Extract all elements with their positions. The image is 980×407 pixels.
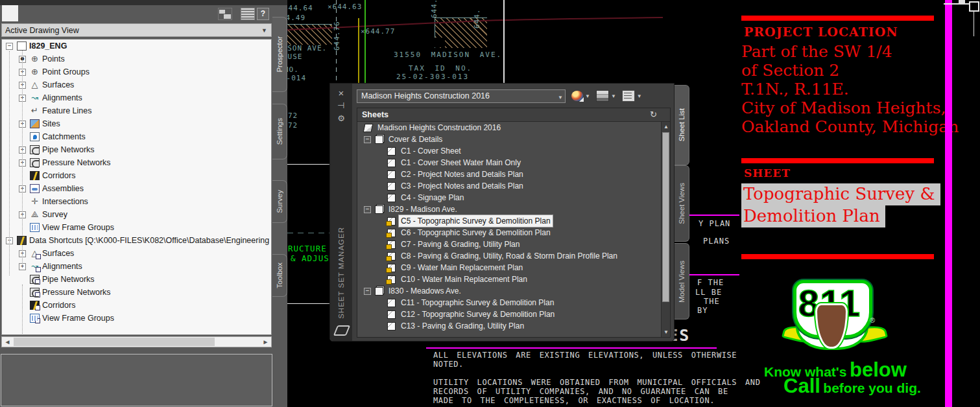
refresh-icon[interactable]: ↻ [650,108,657,121]
scroll-left-icon[interactable]: ◄ [2,337,13,347]
prospector-tree[interactable]: −I829_ENG ●⊕Points +⊕Point Groups +△Surf… [1,39,272,335]
location-line: T.1N., R.11E. [741,80,959,99]
location-line: City of Madison Heights, [741,99,959,117]
green-utility-line [365,0,366,83]
publish-icon [596,90,609,102]
tree-row[interactable]: +Pressure Networks [2,156,271,169]
tree-row[interactable]: ✛Intersections [2,195,271,208]
sheet-title-line: Demolition Plan [741,205,885,227]
tab-survey[interactable]: Survey [272,180,287,223]
tree-row[interactable]: Pipe Networks [2,273,271,286]
tree-row[interactable]: View Frame Groups [2,221,271,234]
sheet-set-dropdown[interactable]: Madison Heights Construction 2016 ▼ [357,89,566,103]
locked-sheet-icon [387,252,396,261]
collapse-box[interactable]: − [364,288,371,295]
scroll-down-icon[interactable]: ▼ [662,327,670,337]
scrollbar-thumb[interactable] [14,338,215,346]
tab-settings[interactable]: Settings [272,104,287,159]
tree-row[interactable]: +Sites [2,117,271,130]
sheets-header-label: Sheets [362,110,388,119]
note-fragment: F THE [697,278,724,287]
structure-view-button[interactable]: ▼ [571,91,590,101]
subset-row[interactable]: −I829 - Madison Ave. [357,204,670,215]
tree-row[interactable]: +△Surfaces [2,247,271,260]
tree-row-data-shortcuts[interactable]: −Data Shortcuts [Q:\K000-FILES\K082\Offi… [2,234,271,247]
sheet-row[interactable]: C4 - Signage Plan [357,192,670,204]
catchments-icon [30,132,40,141]
address-text: 31550 MADISON AVE. [394,51,502,59]
tree-row[interactable]: ↵Feature Lines [2,104,271,117]
sheet-row[interactable]: C9 - Water Main Replacement Plan [357,262,670,273]
tree-row[interactable]: +Assemblies [2,182,271,195]
sheet-list-scrollbar[interactable]: ▲ ▼ [661,122,670,337]
sheet-row[interactable]: C7 - Paving & Grading, Utility Plan [357,238,670,250]
subset-row[interactable]: −Cover & Details [357,134,670,145]
sheet-row[interactable]: C6 - Topographic Survey & Demolition Pla… [357,227,670,238]
chevron-down-icon[interactable]: ▼ [558,91,563,104]
sheet-row[interactable]: C2 - Project Notes and Details Plan [357,169,670,180]
tab-sheet-views[interactable]: Sheet Views [675,165,689,242]
sheet-row[interactable]: C11 - Topographic Survey & Demolition Pl… [357,297,670,308]
toolspace-badge [2,5,18,21]
chevron-down-icon[interactable]: ▼ [261,24,267,37]
details-button[interactable]: ▼ [622,90,642,102]
sheet-list[interactable]: Madison Heights Construction 2016 −Cover… [357,122,670,337]
tab-sheet-list[interactable]: Sheet List [675,85,689,165]
tree-row[interactable]: Pressure Networks [2,286,271,299]
tree-row-drawing[interactable]: −I829_ENG [2,40,271,52]
tree-row[interactable]: View Frame Groups [2,312,271,325]
chevron-down-icon[interactable]: ▼ [611,93,616,99]
auto-hide-icon[interactable]: ⊣ [330,100,352,110]
scroll-up-icon[interactable]: ▲ [662,122,670,132]
note-line: UTILITY LOCATIONS WERE OBTAINED FROM MUN… [433,378,760,387]
tree-row[interactable]: Corridors [2,169,271,182]
scrollbar-thumb[interactable] [662,132,669,302]
tree-row[interactable]: Corridors [2,299,271,312]
sheet-row[interactable]: C1 - Cover Sheet Water Main Only [357,157,670,169]
ssm-logo-icon [333,325,350,336]
subset-row[interactable]: −I830 - Meadows Ave. [357,285,670,297]
location-line: Oakland County, Michigan [741,117,959,136]
tree-row[interactable]: Catchments [2,130,271,143]
tab-model-views[interactable]: Model Views [675,243,689,320]
tree-row[interactable]: +↝Alignments [2,91,271,104]
help-icon[interactable]: ? [257,8,269,20]
ssm-titlebar-strip[interactable]: × ⊣ ⚙ SHEET SET MANAGER [330,84,352,341]
sheet-row[interactable]: C8 - Paving & Grading, Utility, Road & S… [357,250,670,262]
sheet-row[interactable]: C3 - Project Notes and Details Plan [357,180,670,192]
view-selector-dropdown[interactable]: Active Drawing View ▼ [1,23,272,37]
properties-palette-icon[interactable] [241,8,255,20]
tree-row[interactable]: +△Surfaces [2,78,271,91]
elevation-text: 644.64 [283,4,313,12]
collapse-box[interactable]: − [364,206,371,213]
sheet-set-row[interactable]: Madison Heights Construction 2016 [357,122,670,134]
close-icon[interactable]: × [330,87,352,99]
locked-sheet-icon [387,217,396,226]
collapse-box[interactable]: − [364,136,371,143]
sheet-row[interactable]: C13 - Paving & Grading, Utility Plan [357,320,670,332]
sheet-row[interactable]: C1 - Cover Sheet [357,145,670,157]
tree-horizontal-scrollbar[interactable]: ◄ ► [1,336,272,347]
toolspace-titlebar[interactable]: ? [0,5,287,22]
anchor-palette-icon[interactable] [218,8,232,20]
sheet-row-selected[interactable]: C5 - Topographic Survey & Demolition Pla… [357,215,670,227]
tree-row[interactable]: +↝Alignments [2,260,271,273]
tree-row[interactable]: ●⊕Points [2,52,271,65]
publish-button[interactable]: ▼ [596,90,616,102]
tab-toolbox[interactable]: Toolbox [272,254,287,297]
tree-row[interactable]: +⊕Point Groups [2,65,271,78]
palette-settings-icon[interactable]: ⚙ [330,113,352,123]
scroll-right-icon[interactable]: ► [260,337,271,347]
chevron-down-icon[interactable]: ▼ [585,93,590,99]
collapse-box[interactable]: − [6,43,13,50]
structure-note: RUCTURE [288,244,327,253]
subset-icon [375,135,383,144]
view-selector-value: Active Drawing View [5,26,79,35]
chevron-down-icon[interactable]: ▼ [637,93,642,99]
sheet-row[interactable]: C12 - Topographic Survey & Demolition Pl… [357,308,670,320]
sheet-row[interactable]: C10 - Water Main Replacement Plan [357,273,670,285]
tree-row[interactable]: +Pipe Networks [2,143,271,156]
drawing-icon [17,41,27,51]
tab-prospector[interactable]: Prospector [272,17,287,92]
tree-row[interactable]: +⟁Survey [2,208,271,221]
